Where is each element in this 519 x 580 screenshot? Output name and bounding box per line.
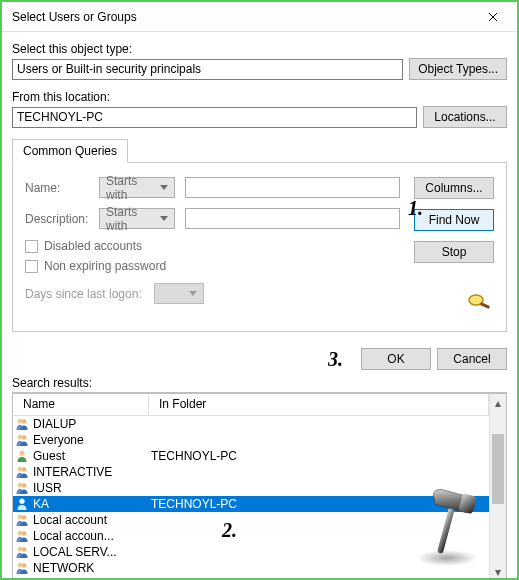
table-row[interactable]: Everyone [13,432,489,448]
svg-point-12 [18,515,23,520]
cell-name: Local account [31,513,149,527]
locations-button[interactable]: Locations... [423,106,507,128]
name-input[interactable] [185,177,400,198]
cell-name: Everyone [31,433,149,447]
columns-button[interactable]: Columns... [414,177,494,199]
svg-point-16 [18,547,23,552]
search-spyglass-icon [464,291,494,313]
user-icon [13,497,31,511]
table-row[interactable]: INTERACTIVE [13,464,489,480]
object-types-button[interactable]: Object Types... [409,58,507,80]
location-label: From this location: [12,90,507,104]
tab-row: Common Queries [12,138,507,163]
table-row[interactable]: NETWORK [13,560,489,576]
column-header-folder[interactable]: In Folder [149,394,489,415]
disabled-accounts-label: Disabled accounts [44,239,142,253]
cell-name: Guest [31,449,149,463]
window-title: Select Users or Groups [12,10,137,24]
svg-point-7 [18,467,23,472]
ok-button[interactable]: OK [361,348,431,370]
cell-name: NETWORK [31,561,149,575]
description-label: Description: [25,212,89,226]
table-row[interactable]: IUSR [13,480,489,496]
group-icon [13,465,31,479]
svg-point-18 [18,563,23,568]
group-icon [13,481,31,495]
scroll-thumb[interactable] [492,434,504,504]
svg-point-6 [19,451,24,456]
search-results-label: Search results: [12,376,507,393]
close-button[interactable] [473,3,513,31]
svg-point-15 [22,531,27,536]
cancel-button[interactable]: Cancel [437,348,507,370]
svg-point-11 [19,499,24,504]
svg-rect-1 [480,302,490,309]
group-icon [13,433,31,447]
location-input[interactable] [12,107,417,128]
svg-point-10 [22,483,27,488]
days-since-select [154,283,204,304]
cell-name: IUSR [31,481,149,495]
scroll-down-icon[interactable]: ▾ [490,563,506,580]
table-row[interactable]: Local accoun... [13,528,489,544]
cell-name: KA [31,497,149,511]
svg-point-19 [22,563,27,568]
svg-point-2 [18,419,23,424]
svg-point-8 [22,467,27,472]
description-mode-select[interactable]: Starts with [99,208,175,229]
svg-point-9 [18,483,23,488]
days-since-label: Days since last logon: [25,287,142,301]
scroll-up-icon[interactable]: ▴ [490,394,506,411]
query-panel: Name: Starts with Description: Starts wi… [12,163,507,332]
close-icon [488,12,498,22]
cell-name: INTERACTIVE [31,465,149,479]
svg-point-14 [18,531,23,536]
find-now-button[interactable]: Find Now [414,209,494,231]
group-icon [13,529,31,543]
table-row[interactable]: LOCAL SERV... [13,544,489,560]
disabled-accounts-checkbox[interactable] [25,240,38,253]
group-icon [13,561,31,575]
svg-point-5 [22,435,27,440]
non-expiring-checkbox[interactable] [25,260,38,273]
object-type-input[interactable] [12,59,403,80]
group-icon [13,417,31,431]
group-icon [13,513,31,527]
titlebar: Select Users or Groups [2,2,517,32]
cell-folder: TECHNOYL-PC [149,449,489,463]
scrollbar[interactable]: ▴ ▾ [489,394,506,580]
svg-point-17 [22,547,27,552]
column-header-name[interactable]: Name [13,394,149,415]
name-mode-select[interactable]: Starts with [99,177,175,198]
cell-name: Local accoun... [31,529,149,543]
description-input[interactable] [185,208,400,229]
table-row[interactable]: GuestTECHNOYL-PC [13,448,489,464]
results-table: Name In Folder DIALUPEveryoneGuestTECHNO… [12,393,507,580]
svg-point-3 [22,419,27,424]
stop-button[interactable]: Stop [414,241,494,263]
group-icon [13,545,31,559]
cell-name: DIALUP [31,417,149,431]
name-label: Name: [25,181,89,195]
svg-point-13 [22,515,27,520]
non-expiring-label: Non expiring password [44,259,166,273]
cell-name: LOCAL SERV... [31,545,149,559]
table-row[interactable]: Local account [13,512,489,528]
tab-common-queries[interactable]: Common Queries [12,139,128,163]
object-type-label: Select this object type: [12,42,507,56]
svg-point-4 [18,435,23,440]
cell-folder: TECHNOYL-PC [149,497,489,511]
table-row[interactable]: KATECHNOYL-PC [13,496,489,512]
user-icon [13,449,31,463]
table-row[interactable]: DIALUP [13,416,489,432]
